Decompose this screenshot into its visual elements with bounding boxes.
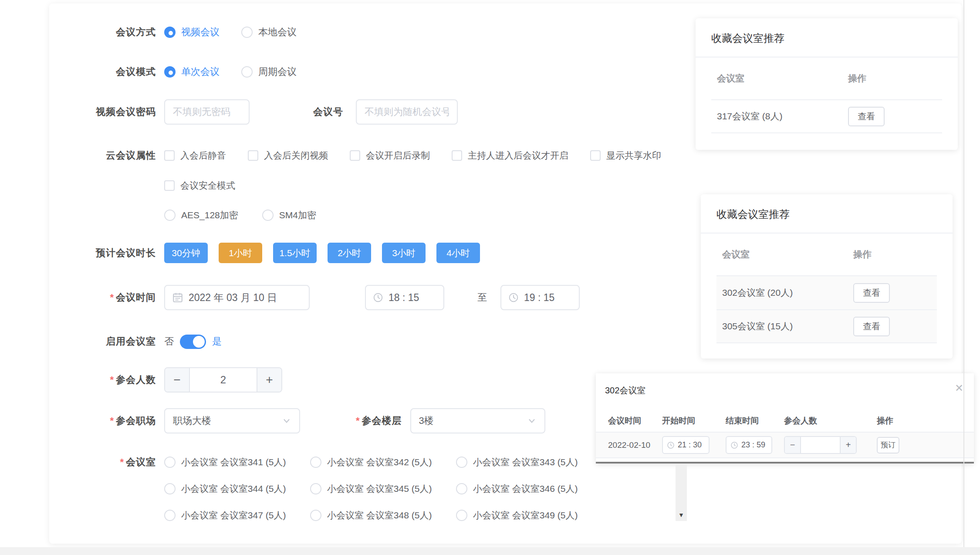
checkbox-start-after-host[interactable]: 主持人进入后会议才开启 xyxy=(452,149,568,162)
checkbox-video-off-on-join[interactable]: 入会后关闭视频 xyxy=(248,149,328,162)
book-button[interactable]: 预订 xyxy=(877,437,899,453)
enable-room-toggle[interactable] xyxy=(180,335,206,349)
checkbox-icon xyxy=(164,150,175,161)
password-input[interactable] xyxy=(164,99,250,125)
duration-4h-button[interactable]: 4小时 xyxy=(436,243,480,263)
row-meeting-mode: 会议模式 单次会议 周期会议 xyxy=(49,64,297,80)
radio-single-meeting[interactable]: 单次会议 xyxy=(164,65,220,78)
room-option-label: 小会议室 会议室341 (5人) xyxy=(181,456,286,468)
required-asterisk: * xyxy=(110,415,114,426)
radio-room-346[interactable]: 小会议室 会议室346 (5人) xyxy=(456,483,602,495)
radio-room-341[interactable]: 小会议室 会议室341 (5人) xyxy=(164,456,310,468)
room-name: 305会议室 (15人) xyxy=(716,320,853,332)
bottom-strip xyxy=(0,547,980,555)
duration-30min-button[interactable]: 30分钟 xyxy=(164,243,208,263)
checkbox-label: 入会后关闭视频 xyxy=(264,149,328,162)
checkbox-share-watermark[interactable]: 显示共享水印 xyxy=(590,149,661,162)
radio-room-344[interactable]: 小会议室 会议室344 (5人) xyxy=(164,483,310,495)
room-option-label: 小会议室 会议室343 (5人) xyxy=(473,456,578,468)
floor-label: 参会楼层 xyxy=(362,415,402,426)
view-button[interactable]: 查看 xyxy=(848,107,885,126)
radio-unselected-icon xyxy=(456,510,467,521)
radio-local-meeting[interactable]: 本地会议 xyxy=(241,26,297,39)
view-button[interactable]: 查看 xyxy=(853,283,890,303)
radio-unselected-icon xyxy=(456,457,467,468)
attendees-plus-button[interactable]: + xyxy=(257,368,281,392)
duration-2h-button[interactable]: 2小时 xyxy=(328,243,371,263)
people-plus-button[interactable]: + xyxy=(840,437,856,453)
checkbox-mute-on-join[interactable]: 入会后静音 xyxy=(164,149,226,162)
column-header-people: 参会人数 xyxy=(784,415,877,426)
radio-room-347[interactable]: 小会议室 会议室347 (5人) xyxy=(164,509,310,521)
radio-room-349[interactable]: 小会议室 会议室349 (5人) xyxy=(456,509,602,521)
close-icon[interactable]: ✕ xyxy=(955,383,963,393)
attendees-minus-button[interactable]: − xyxy=(165,368,190,392)
scrollbar-down-arrow-icon[interactable]: ▼ xyxy=(676,511,687,518)
date-input[interactable]: 2022 年 03 月 10 日 xyxy=(164,285,310,310)
row-workplace-floor: *参会职场 职场大楼 *参会楼层 3楼 xyxy=(49,408,545,433)
booking-end-time-input[interactable]: 23 : 59 xyxy=(726,436,772,454)
radio-cycle-meeting-label: 周期会议 xyxy=(258,65,297,78)
toggle-off-label: 否 xyxy=(164,335,174,348)
checkbox-record-on-start[interactable]: 会议开启后录制 xyxy=(350,149,430,162)
start-time-input[interactable]: 18 : 15 xyxy=(365,285,444,310)
chevron-down-icon xyxy=(282,416,291,426)
checkbox-label: 入会后静音 xyxy=(180,149,226,162)
radio-unselected-icon xyxy=(164,457,176,468)
room-name: 317会议室 (8人) xyxy=(711,110,848,122)
vertical-scrollbar[interactable]: ▼ xyxy=(676,464,687,521)
radio-cycle-meeting[interactable]: 周期会议 xyxy=(241,65,297,78)
workplace-value: 职场大楼 xyxy=(173,414,211,427)
right-edge-divider xyxy=(963,0,964,555)
duration-3h-button[interactable]: 3小时 xyxy=(382,243,426,263)
radio-selected-icon xyxy=(164,66,176,78)
favorite-rooms-card-2: 收藏会议室推荐 会议室 操作 302会议室 (20人) 查看 305会议室 (1… xyxy=(701,194,953,359)
radio-unselected-icon xyxy=(164,483,176,494)
booking-start-time-input[interactable]: 21 : 30 xyxy=(662,436,710,454)
end-time-input[interactable]: 19 : 15 xyxy=(500,285,580,310)
people-value[interactable] xyxy=(801,437,840,453)
attendees-value[interactable]: 2 xyxy=(190,368,257,392)
room-option-label: 小会议室 会议室345 (5人) xyxy=(327,483,432,495)
booking-date: 2022-02-10 xyxy=(608,440,662,450)
room-option-label: 小会议室 会议室349 (5人) xyxy=(473,509,578,521)
booking-start-time-value: 21 : 30 xyxy=(678,440,702,450)
row-meeting-time: *会议时间 2022 年 03 月 10 日 18 : 15 至 xyxy=(49,285,580,310)
duration-1h-button[interactable]: 1小时 xyxy=(219,243,262,263)
room-option-label: 小会议室 会议室342 (5人) xyxy=(327,456,432,468)
radio-room-343[interactable]: 小会议室 会议室343 (5人) xyxy=(456,456,602,468)
password-label: 视频会议密码 xyxy=(49,105,156,118)
row-encryption: AES_128加密 SM4加密 xyxy=(49,208,316,223)
booking-end-time-value: 23 : 59 xyxy=(741,440,765,450)
clock-icon xyxy=(730,441,738,449)
row-enable-room: 启用会议室 否 是 xyxy=(49,332,222,351)
workplace-select[interactable]: 职场大楼 xyxy=(164,408,300,433)
radio-room-348[interactable]: 小会议室 会议室348 (5人) xyxy=(310,509,456,521)
radio-room-345[interactable]: 小会议室 会议室345 (5人) xyxy=(310,483,456,495)
radio-sm4[interactable]: SM4加密 xyxy=(262,209,316,221)
date-value: 2022 年 03 月 10 日 xyxy=(189,291,277,305)
radio-unselected-icon xyxy=(310,483,321,494)
booking-people-stepper: − + xyxy=(784,436,857,454)
meeting-mode-label: 会议模式 xyxy=(49,65,156,78)
meeting-no-input[interactable] xyxy=(356,99,458,125)
favorite-card-title: 收藏会议室推荐 xyxy=(696,18,958,57)
radio-video-meeting[interactable]: 视频会议 xyxy=(164,26,220,39)
checkbox-icon xyxy=(164,180,175,191)
checkbox-security-mode[interactable]: 会议安全模式 xyxy=(164,179,235,192)
row-password-meetingno: 视频会议密码 会议号 xyxy=(49,99,458,125)
floor-select[interactable]: 3楼 xyxy=(410,408,545,433)
radio-aes128[interactable]: AES_128加密 xyxy=(164,209,238,221)
view-button[interactable]: 查看 xyxy=(853,317,890,336)
checkbox-icon xyxy=(590,150,601,161)
radio-sm4-label: SM4加密 xyxy=(279,209,316,221)
column-header-room: 会议室 xyxy=(716,248,853,261)
required-asterisk: * xyxy=(120,457,124,467)
required-asterisk: * xyxy=(110,292,114,303)
meeting-time-label: 会议时间 xyxy=(116,292,156,303)
duration-1_5h-button[interactable]: 1.5小时 xyxy=(273,243,317,263)
radio-unselected-icon xyxy=(262,210,274,221)
radio-room-342[interactable]: 小会议室 会议室342 (5人) xyxy=(310,456,456,468)
room-option-label: 小会议室 会议室347 (5人) xyxy=(181,509,286,521)
people-minus-button[interactable]: − xyxy=(785,437,801,453)
